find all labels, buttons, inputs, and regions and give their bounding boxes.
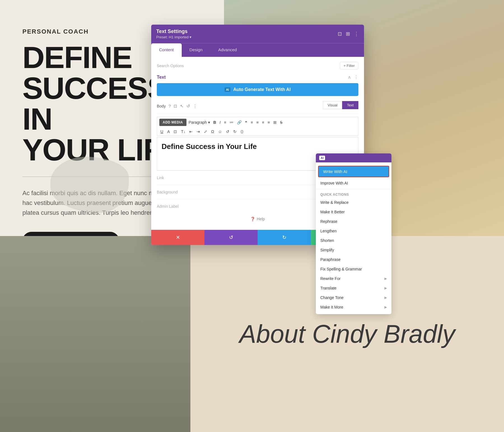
fullscreen-icon[interactable]: ⊡ xyxy=(338,31,342,37)
translate-item[interactable]: Translate ▶ xyxy=(316,283,391,293)
ai-generate-button[interactable]: AI Auto Generate Text With AI xyxy=(157,83,358,96)
ai-dropdown-header: AI xyxy=(316,153,391,162)
emoji-button[interactable]: ☺ xyxy=(217,129,223,134)
text-tab[interactable]: Text xyxy=(342,101,358,109)
panel-header-icons: ⊡ ⊞ ⋮ xyxy=(338,31,359,37)
link-label: Link xyxy=(157,176,164,180)
align-right-button[interactable]: ≡ xyxy=(261,120,265,125)
cancel-icon: ✕ xyxy=(176,234,180,240)
ul-button[interactable]: ≡ xyxy=(223,120,227,125)
lengthen-item[interactable]: Lengthen xyxy=(316,226,391,236)
write-with-ai-item[interactable]: Write With AI xyxy=(318,166,389,177)
body-toolbar: Body ? ⊡ ↖ ↺ ⋮ Visual Text xyxy=(157,101,358,114)
editor-heading-text[interactable]: Define Success in Your Life xyxy=(162,142,354,151)
editor-toolbar: ADD MEDIA Paragraph ▾ B I ≡ ≔ 🔗 ❝ ≡ ≡ ≡ … xyxy=(157,117,358,128)
tab-design[interactable]: Design xyxy=(182,43,211,57)
font-color-button[interactable]: A xyxy=(166,129,171,134)
ol-button[interactable]: ≔ xyxy=(228,120,235,125)
tab-advanced[interactable]: Advanced xyxy=(210,43,245,57)
italic-button[interactable]: I xyxy=(218,120,222,125)
make-it-more-label: Make It More xyxy=(320,305,343,309)
make-it-better-item[interactable]: Make It Better xyxy=(316,207,391,217)
redo-footer-button[interactable]: ↻ xyxy=(258,230,311,245)
fix-spelling-grammar-item[interactable]: Fix Spelling & Grammar xyxy=(316,264,391,274)
align-left-button[interactable]: ≡ xyxy=(249,120,254,125)
search-row: Search Options + Filter xyxy=(157,62,358,69)
text-section-label: Text xyxy=(157,75,166,80)
help-circle-icon: ❓ xyxy=(250,217,255,221)
cursor-icon[interactable]: ↖ xyxy=(180,104,184,109)
link-button[interactable]: 🔗 xyxy=(236,120,243,125)
undo-footer-button[interactable]: ↺ xyxy=(204,230,258,245)
ai-dropdown-menu: AI Write With AI Improve With AI Quick A… xyxy=(316,153,391,314)
visual-tab[interactable]: Visual xyxy=(323,101,342,109)
cancel-button[interactable]: ✕ xyxy=(151,230,204,245)
align-center-button[interactable]: ≡ xyxy=(255,120,260,125)
filter-button[interactable]: + Filter xyxy=(340,62,358,69)
expand-button[interactable]: ⤢ xyxy=(203,129,208,134)
panel-header: Text Settings Preset: H1 imported ▾ ⊡ ⊞ … xyxy=(151,25,364,43)
quick-actions-label: Quick Actions xyxy=(316,190,391,198)
ai-generate-label: Auto Generate Text With AI xyxy=(233,87,291,92)
search-options-label[interactable]: Search Options xyxy=(157,64,184,68)
source-button[interactable]: ⟨⟩ xyxy=(239,129,244,134)
mobile-icon[interactable]: ⊡ xyxy=(174,104,177,109)
align-justify-button[interactable]: ≡ xyxy=(266,120,271,125)
photo-image xyxy=(0,236,190,432)
admin-label: Admin Label xyxy=(157,204,179,209)
paraphrase-item[interactable]: Paraphrase xyxy=(316,255,391,264)
separator-1 xyxy=(316,189,391,189)
section-more-icon[interactable]: ⋮ xyxy=(354,74,358,80)
indent2-button[interactable]: ⇥ xyxy=(195,129,201,134)
panel-title-block: Text Settings Preset: H1 imported ▾ xyxy=(156,29,192,39)
undo-footer-icon: ↺ xyxy=(229,234,233,240)
background-label: Background xyxy=(157,190,178,194)
bottom-section: About Cindy Bradly xyxy=(0,236,504,432)
subscript-button[interactable]: T↓ xyxy=(180,129,186,134)
help-text[interactable]: Help xyxy=(257,217,265,221)
panel-tabs: Content Design Advanced xyxy=(151,43,364,57)
simplify-item[interactable]: Simplify xyxy=(316,245,391,255)
rewrite-for-label: Rewrite For xyxy=(320,276,340,281)
undo-icon[interactable]: ↺ xyxy=(186,104,190,109)
panel-preset[interactable]: Preset: H1 imported ▾ xyxy=(156,35,192,39)
section-header-icons: ∧ ⋮ xyxy=(348,74,358,80)
collapse-icon[interactable]: ∧ xyxy=(348,74,351,80)
more-icon[interactable]: ⋮ xyxy=(193,104,197,109)
special-char-button[interactable]: Ω xyxy=(210,129,215,134)
body-label: Body xyxy=(157,104,166,108)
quote-button[interactable]: ❝ xyxy=(244,120,248,125)
indent-button[interactable]: ⊡ xyxy=(172,129,178,134)
ai-badge: AI xyxy=(225,87,230,92)
rephrase-item[interactable]: Rephrase xyxy=(316,217,391,226)
help-icon[interactable]: ? xyxy=(169,104,171,108)
ai-dropdown-body: Write With AI Improve With AI Quick Acti… xyxy=(316,162,391,314)
about-title: About Cindy Bradly xyxy=(239,320,455,349)
redo-button[interactable]: ↻ xyxy=(232,129,238,134)
undo2-button[interactable]: ↺ xyxy=(225,129,230,134)
panel-title: Text Settings xyxy=(156,29,192,34)
more-options-icon[interactable]: ⋮ xyxy=(354,31,359,37)
table-button[interactable]: ⊞ xyxy=(272,120,278,125)
bold-button[interactable]: B xyxy=(212,120,217,125)
make-it-more-item[interactable]: Make It More ▶ xyxy=(316,302,391,312)
paragraph-dropdown[interactable]: Paragraph ▾ xyxy=(188,120,211,125)
text-section-header: Text ∧ ⋮ xyxy=(157,74,358,80)
write-replace-item[interactable]: Write & Replace xyxy=(316,198,391,207)
add-media-button[interactable]: ADD MEDIA xyxy=(159,119,186,126)
change-tone-arrow: ▶ xyxy=(384,296,387,300)
tab-content[interactable]: Content xyxy=(151,43,182,57)
redo-footer-icon: ↻ xyxy=(282,234,286,240)
strikethrough-button[interactable]: S̶ xyxy=(279,120,284,125)
shorten-item[interactable]: Shorten xyxy=(316,236,391,245)
bottom-photo xyxy=(0,236,190,432)
improve-with-ai-item[interactable]: Improve With AI xyxy=(316,178,391,188)
rewrite-for-item[interactable]: Rewrite For ▶ xyxy=(316,274,391,283)
columns-icon[interactable]: ⊞ xyxy=(346,31,350,37)
change-tone-item[interactable]: Change Tone ▶ xyxy=(316,293,391,302)
editor-tabs: Visual Text xyxy=(323,101,358,109)
ai-dropdown-badge: AI xyxy=(319,156,325,160)
underline-button[interactable]: U xyxy=(159,129,164,134)
outdent-button[interactable]: ⇤ xyxy=(188,129,194,134)
rewrite-for-arrow: ▶ xyxy=(384,277,387,281)
